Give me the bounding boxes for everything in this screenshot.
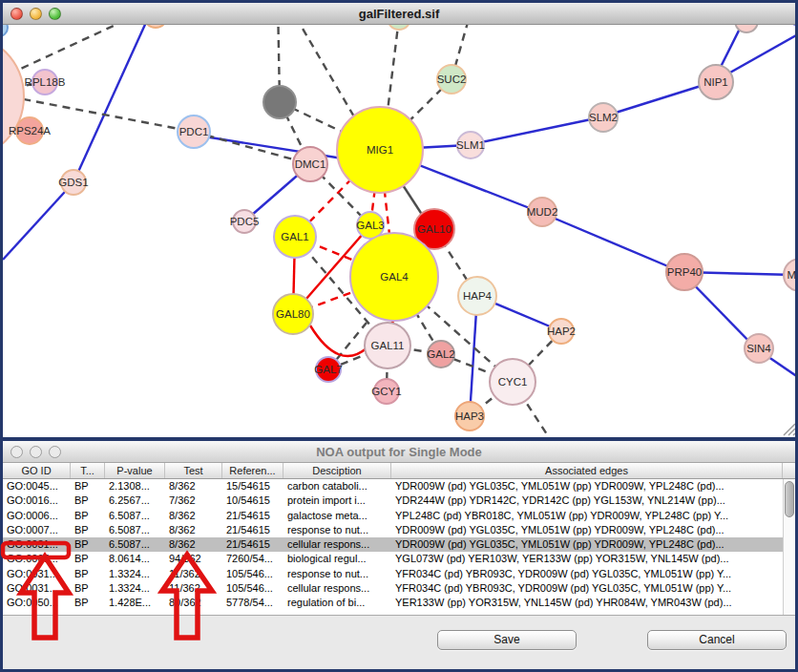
column-header-desciption[interactable]: Desciption xyxy=(284,463,391,478)
node-green-top[interactable] xyxy=(388,25,410,30)
node-label-GAL10: GAL10 xyxy=(417,223,452,235)
node-label-GAL2: GAL2 xyxy=(427,348,454,360)
table-row[interactable]: GO:0065...BP8.0614...94/3627260/54...bio… xyxy=(3,552,795,566)
table-cell: galactose meta... xyxy=(284,509,391,523)
table-row[interactable]: GO:0050...BP1.428E...80/3625778/54...reg… xyxy=(3,596,795,610)
table-cell: GO:0006... xyxy=(3,509,71,523)
table-cell: GO:0031... xyxy=(3,567,71,581)
table-cell: BP xyxy=(71,494,105,508)
table-cell: 94/362 xyxy=(165,552,222,566)
table-cell: 6.5087... xyxy=(105,509,165,523)
vertical-scrollbar[interactable] xyxy=(783,479,795,615)
node-label-GCY1: GCY1 xyxy=(371,386,401,397)
node-corner-blue[interactable] xyxy=(3,25,8,36)
table-cell: YDR009W (pd) YGL035C, YML051W (pp) YDR00… xyxy=(391,523,783,537)
table-cell: 105/546... xyxy=(222,567,284,581)
table-cell: YFR034C (pd) YBR093C, YDR009W (pd) YGL03… xyxy=(391,567,783,581)
column-header-p-value[interactable]: P-value xyxy=(105,463,165,478)
table-cell: 21/54615 xyxy=(222,509,284,523)
table-cell: GO:0050... xyxy=(3,596,71,610)
node-label-SUC2: SUC2 xyxy=(437,74,467,85)
table-cell: 5778/54... xyxy=(222,596,284,610)
column-header-test[interactable]: Test xyxy=(165,463,222,478)
table-cell: 7260/54... xyxy=(222,552,284,566)
table-cell: GO:0016... xyxy=(3,494,71,508)
node-label-PDC5: PDC5 xyxy=(230,216,260,227)
node-label-SLM1: SLM1 xyxy=(456,139,485,151)
save-button[interactable]: Save xyxy=(437,630,577,650)
network-edge[interactable] xyxy=(468,117,600,145)
table-cell: YPL248C (pd) YBR018C, YML051W (pp) YDR00… xyxy=(391,509,783,523)
table-cell: 1.3324... xyxy=(105,581,165,596)
network-edge[interactable] xyxy=(3,182,74,260)
table-row[interactable]: GO:0045...BP2.1308...8/36215/54615carbon… xyxy=(3,479,795,494)
node-label-NIP1: NIP1 xyxy=(704,76,728,88)
network-canvas[interactable]: RPL18BRPS24AGDS1PDC1DMC1SUC2SLM1SLM2NIP1… xyxy=(3,25,795,437)
node-label-CYC1: CYC1 xyxy=(498,376,528,388)
table-cell: GO:0007... xyxy=(3,523,71,537)
node-gray-node[interactable] xyxy=(263,86,296,118)
minimize-button[interactable] xyxy=(30,8,42,20)
table-row[interactable]: GO:0016...BP6.2567...7/36210/54615protei… xyxy=(3,494,795,508)
minimize-button[interactable] xyxy=(30,446,42,458)
table-cell: 15/54615 xyxy=(222,479,284,494)
table-row[interactable]: GO:0006...BP6.5087...8/36221/54615galact… xyxy=(3,509,795,523)
node-label-DMC1: DMC1 xyxy=(295,158,326,170)
table-cell: protein import i... xyxy=(284,494,391,508)
node-label-MSI1: MSI1 xyxy=(788,269,795,281)
close-button[interactable] xyxy=(10,8,23,20)
noa-window-titlebar[interactable]: NOA output for Single Mode xyxy=(3,441,795,463)
network-window-title: galFiltered.sif xyxy=(359,7,440,21)
table-cell: regulation of bi... xyxy=(284,596,391,610)
node-label-GAL1: GAL1 xyxy=(281,231,308,242)
button-panel: Save Cancel xyxy=(3,615,795,669)
table-cell: 6.2567... xyxy=(105,494,165,508)
zoom-button[interactable] xyxy=(49,8,61,20)
close-button[interactable] xyxy=(10,446,23,458)
table-cell: 11/362 xyxy=(165,581,222,596)
node-label-GAL3: GAL3 xyxy=(356,220,384,231)
column-header-go-id[interactable]: GO ID xyxy=(3,463,71,478)
node-label-GAL80: GAL80 xyxy=(276,308,310,320)
zoom-button[interactable] xyxy=(49,446,61,458)
table-cell: 10/54615 xyxy=(222,494,284,508)
node-peach-top[interactable] xyxy=(144,25,167,28)
table-cell: 11/362 xyxy=(165,567,222,581)
table-cell: GO:0031... xyxy=(3,537,71,552)
table-cell: YGL073W (pd) YER103W, YER133W (pp) YOR31… xyxy=(391,552,783,566)
table-row[interactable]: GO:0031...BP1.3324...11/362105/546...res… xyxy=(3,567,795,581)
node-label-SIN4: SIN4 xyxy=(746,343,771,354)
network-edge-curve[interactable] xyxy=(310,326,368,356)
table-cell: BP xyxy=(71,596,105,610)
table-cell: 8.0614... xyxy=(105,552,165,566)
network-window-titlebar[interactable]: galFiltered.sif xyxy=(3,3,795,25)
table-cell: biological regul... xyxy=(284,552,391,566)
table-cell: GO:0031... xyxy=(3,581,71,596)
column-header-referen[interactable]: Referen... xyxy=(222,463,284,478)
network-edge[interactable] xyxy=(539,212,682,272)
cancel-button[interactable]: Cancel xyxy=(647,630,787,650)
table-cell: 1.3324... xyxy=(105,567,165,581)
table-row[interactable]: GO:0031...BP1.3324...11/362105/546...cel… xyxy=(3,581,795,596)
table-cell: response to nut... xyxy=(284,523,391,537)
table-cell: YDR009W (pd) YGL035C, YML051W (pp) YDR00… xyxy=(391,537,783,552)
column-header-associated-edges[interactable]: Associated edges xyxy=(391,463,783,478)
column-header-t[interactable]: T... xyxy=(71,463,105,478)
node-label-GAL4: GAL4 xyxy=(380,271,409,283)
table-cell: YFR034C (pd) YBR093C, YDR009W (pd) YGL03… xyxy=(391,581,783,596)
node-label-HAP3: HAP3 xyxy=(455,410,484,422)
node-label-GDS1: GDS1 xyxy=(58,177,88,188)
node-label-GAL11: GAL11 xyxy=(371,340,405,351)
table-cell: 80/362 xyxy=(165,596,222,610)
table-cell: 2.1308... xyxy=(105,479,165,494)
table-cell: 8/362 xyxy=(165,509,222,523)
network-edge[interactable] xyxy=(74,25,153,182)
table-row[interactable]: GO:0031...BP6.5087...8/36221/54615cellul… xyxy=(3,537,795,552)
table-cell: YDR009W (pd) YGL035C, YML051W (pp) YDR00… xyxy=(391,479,783,494)
resize-grip[interactable] xyxy=(784,424,795,435)
scrollbar-thumb[interactable] xyxy=(785,481,794,517)
table-row[interactable]: GO:0007...BP6.5087...8/36221/54615respon… xyxy=(3,523,795,537)
node-label-GAL7: GAL7 xyxy=(314,364,342,375)
results-table: GO IDT...P-valueTestReferen...Desciption… xyxy=(3,463,795,615)
network-edge[interactable] xyxy=(289,25,355,118)
